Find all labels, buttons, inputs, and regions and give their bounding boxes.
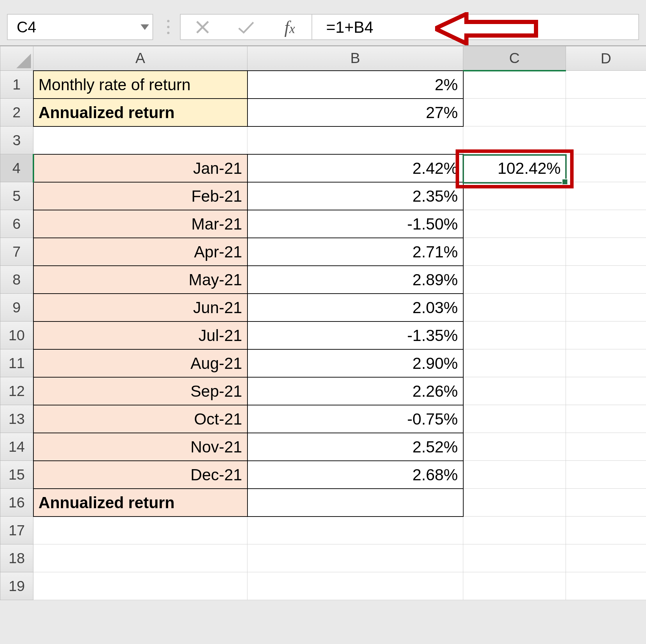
cell-B15[interactable]: 2.68%: [247, 461, 463, 489]
cell-D14[interactable]: [566, 433, 646, 461]
cell-A13[interactable]: Oct-21: [33, 405, 247, 433]
cell-D19[interactable]: [566, 572, 646, 600]
cell-B5[interactable]: 2.35%: [247, 182, 463, 210]
cell-B2[interactable]: 27%: [247, 99, 463, 126]
cell-B18[interactable]: [247, 544, 463, 572]
cell-C17[interactable]: [463, 517, 566, 544]
cell-B1[interactable]: 2%: [247, 71, 463, 99]
cell-A9[interactable]: Jun-21: [33, 294, 247, 321]
cell-B3[interactable]: [247, 126, 463, 154]
cell-B6[interactable]: -1.50%: [247, 210, 463, 238]
cell-B16[interactable]: [247, 489, 463, 517]
cell-D2[interactable]: [566, 99, 646, 126]
col-header-D[interactable]: D: [566, 46, 646, 71]
cell-B14[interactable]: 2.52%: [247, 433, 463, 461]
cell-A16[interactable]: Annualized return: [33, 489, 247, 517]
row-header-9[interactable]: 9: [0, 294, 33, 321]
cell-C8[interactable]: [463, 266, 566, 294]
cell-A15[interactable]: Dec-21: [33, 461, 247, 489]
cell-A2[interactable]: Annualized return: [33, 99, 247, 126]
cell-D5[interactable]: [566, 182, 646, 210]
row-header-16[interactable]: 16: [0, 489, 33, 517]
cell-A6[interactable]: Mar-21: [33, 210, 247, 238]
row-header-2[interactable]: 2: [0, 99, 33, 126]
col-header-A[interactable]: A: [33, 46, 247, 71]
cell-C19[interactable]: [463, 572, 566, 600]
cell-C6[interactable]: [463, 210, 566, 238]
cell-B17[interactable]: [247, 517, 463, 544]
select-all-corner[interactable]: [0, 46, 33, 71]
cell-C1[interactable]: [463, 71, 566, 99]
cell-D7[interactable]: [566, 238, 646, 266]
cell-A17[interactable]: [33, 517, 247, 544]
cell-C5[interactable]: [463, 182, 566, 210]
cell-B19[interactable]: [247, 572, 463, 600]
cell-D8[interactable]: [566, 266, 646, 294]
insert-function-button[interactable]: fx: [274, 17, 305, 38]
cell-D10[interactable]: [566, 321, 646, 349]
row-header-3[interactable]: 3: [0, 126, 33, 154]
cell-C13[interactable]: [463, 405, 566, 433]
enter-button[interactable]: [230, 17, 262, 38]
row-header-13[interactable]: 13: [0, 405, 33, 433]
cell-C9[interactable]: [463, 294, 566, 321]
cell-D17[interactable]: [566, 517, 646, 544]
cell-B7[interactable]: 2.71%: [247, 238, 463, 266]
cell-C11[interactable]: [463, 349, 566, 377]
cell-B4[interactable]: 2.42%: [247, 154, 463, 182]
row-header-6[interactable]: 6: [0, 210, 33, 238]
row-header-15[interactable]: 15: [0, 461, 33, 489]
cell-A11[interactable]: Aug-21: [33, 349, 247, 377]
cell-C16[interactable]: [463, 489, 566, 517]
cell-A3[interactable]: [33, 126, 247, 154]
cell-C15[interactable]: [463, 461, 566, 489]
cell-D1[interactable]: [566, 71, 646, 99]
row-header-7[interactable]: 7: [0, 238, 33, 266]
cell-A10[interactable]: Jul-21: [33, 321, 247, 349]
row-header-1[interactable]: 1: [0, 71, 33, 99]
cell-A12[interactable]: Sep-21: [33, 377, 247, 405]
cell-D13[interactable]: [566, 405, 646, 433]
row-header-17[interactable]: 17: [0, 517, 33, 544]
cell-D11[interactable]: [566, 349, 646, 377]
cell-C3[interactable]: [463, 126, 566, 154]
cell-D12[interactable]: [566, 377, 646, 405]
cell-A18[interactable]: [33, 544, 247, 572]
name-box[interactable]: C4: [7, 14, 153, 40]
cell-A4[interactable]: Jan-21: [33, 154, 247, 182]
cell-B10[interactable]: -1.35%: [247, 321, 463, 349]
row-header-10[interactable]: 10: [0, 321, 33, 349]
cell-B12[interactable]: 2.26%: [247, 377, 463, 405]
cell-C7[interactable]: [463, 238, 566, 266]
cell-D3[interactable]: [566, 126, 646, 154]
cell-C18[interactable]: [463, 544, 566, 572]
cell-A8[interactable]: May-21: [33, 266, 247, 294]
cell-C4[interactable]: 102.42%: [463, 154, 566, 182]
cell-C10[interactable]: [463, 321, 566, 349]
cell-D9[interactable]: [566, 294, 646, 321]
cell-A5[interactable]: Feb-21: [33, 182, 247, 210]
row-header-18[interactable]: 18: [0, 544, 33, 572]
chevron-down-icon[interactable]: [141, 24, 149, 30]
col-header-B[interactable]: B: [247, 46, 463, 71]
row-header-12[interactable]: 12: [0, 377, 33, 405]
cell-D16[interactable]: [566, 489, 646, 517]
cell-C14[interactable]: [463, 433, 566, 461]
col-header-C[interactable]: C: [463, 46, 566, 71]
row-header-19[interactable]: 19: [0, 572, 33, 600]
cell-A19[interactable]: [33, 572, 247, 600]
cell-C2[interactable]: [463, 99, 566, 126]
row-header-4[interactable]: 4: [0, 154, 33, 182]
worksheet[interactable]: A B C D 1Monthly rate of return2%2Annual…: [0, 45, 646, 600]
cell-D18[interactable]: [566, 544, 646, 572]
row-header-11[interactable]: 11: [0, 349, 33, 377]
cell-D6[interactable]: [566, 210, 646, 238]
cell-C12[interactable]: [463, 377, 566, 405]
cell-B11[interactable]: 2.90%: [247, 349, 463, 377]
cell-B13[interactable]: -0.75%: [247, 405, 463, 433]
row-header-8[interactable]: 8: [0, 266, 33, 294]
cancel-button[interactable]: [187, 17, 218, 38]
cell-A1[interactable]: Monthly rate of return: [33, 71, 247, 99]
cell-A14[interactable]: Nov-21: [33, 433, 247, 461]
cell-B9[interactable]: 2.03%: [247, 294, 463, 321]
